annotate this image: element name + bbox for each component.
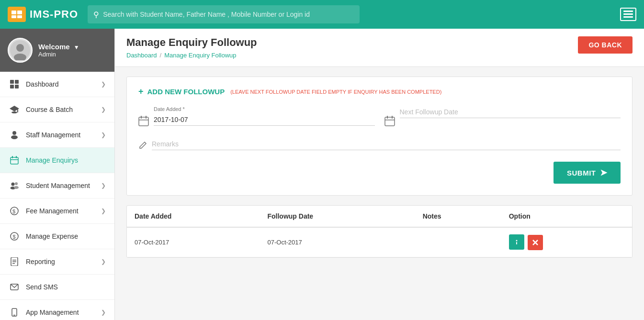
search-input[interactable]	[103, 11, 354, 18]
svg-rect-6	[623, 13, 633, 15]
sidebar-item-manage-enquirys-label: Manage Enquirys	[26, 156, 78, 164]
sidebar-item-fee-management[interactable]: $ Fee Management ❯	[0, 199, 114, 224]
edit-icon	[138, 141, 147, 152]
sidebar-item-manage-expense[interactable]: $ Manage Expense	[0, 224, 114, 249]
svg-point-17	[11, 111, 17, 113]
sidebar-item-app-management[interactable]: App Management ❯	[0, 300, 114, 320]
date-added-label: Date Added *	[154, 106, 375, 112]
svg-rect-3	[11, 15, 16, 18]
svg-point-9	[16, 44, 24, 52]
svg-rect-33	[12, 260, 16, 261]
coin-icon: $	[9, 205, 20, 217]
user-chevron: ▼	[74, 44, 79, 51]
sidebar-item-dashboard-label: Dashboard	[26, 80, 59, 88]
svg-rect-45	[392, 116, 393, 119]
grid-icon	[9, 78, 20, 90]
sidebar-user[interactable]: Welcome ▼ Admin	[0, 29, 114, 72]
sidebar-item-dashboard[interactable]: Dashboard ❯	[0, 72, 114, 97]
sidebar: Welcome ▼ Admin Dashboard ❯ Course & Bat…	[0, 29, 115, 320]
report-icon	[9, 256, 20, 267]
svg-rect-23	[11, 159, 18, 160]
avatar	[8, 38, 33, 63]
breadcrumb-current: Manage Enquiry Followup	[164, 52, 236, 59]
arrow-right-icon: ➤	[600, 167, 608, 178]
chevron-right-icon: ❯	[101, 182, 106, 189]
cell-option	[501, 227, 632, 257]
svg-rect-16	[17, 110, 18, 112]
chevron-right-icon: ❯	[101, 208, 106, 214]
sidebar-item-expense-label: Manage Expense	[26, 232, 78, 240]
svg-rect-7	[623, 16, 633, 18]
svg-rect-34	[12, 262, 16, 263]
svg-point-24	[11, 183, 15, 186]
brand-logo[interactable]: IMS-PRO	[8, 7, 78, 22]
svg-rect-20	[11, 157, 18, 164]
svg-rect-39	[139, 117, 148, 126]
navbar: IMS-PRO ⚲	[0, 0, 644, 29]
breadcrumb-dashboard[interactable]: Dashboard	[126, 52, 157, 59]
svg-rect-22	[16, 156, 17, 158]
table-body: 07-Oct-2017 07-Oct-2017	[127, 227, 632, 257]
remarks-input[interactable]	[152, 138, 621, 150]
dollar-icon: $	[9, 231, 20, 242]
data-table: Date Added Followup Date Notes Option 07…	[127, 206, 632, 257]
svg-rect-14	[15, 85, 19, 88]
svg-point-18	[12, 131, 16, 135]
date-row: Date Added *	[138, 106, 621, 129]
svg-rect-43	[385, 117, 395, 126]
table-container: Date Added Followup Date Notes Option 07…	[126, 205, 633, 258]
svg-point-19	[11, 135, 18, 139]
cap-icon	[9, 104, 20, 115]
info-button[interactable]	[509, 234, 524, 250]
date-added-field: Date Added *	[138, 106, 375, 129]
next-followup-input[interactable]	[400, 106, 621, 118]
svg-point-26	[15, 182, 18, 185]
svg-rect-21	[12, 156, 13, 158]
search-bar[interactable]: ⚲	[88, 5, 360, 23]
svg-rect-38	[13, 315, 15, 316]
expand-icon[interactable]	[620, 8, 636, 21]
submit-button[interactable]: SUBMIT ➤	[554, 162, 621, 184]
welcome-label: Welcome ▼	[38, 43, 79, 51]
sidebar-item-staff-management[interactable]: Staff Management ❯	[0, 122, 114, 148]
next-followup-field	[384, 106, 621, 129]
sidebar-item-sms-label: Send SMS	[26, 283, 58, 291]
brand-name: IMS-PRO	[30, 8, 78, 21]
date-added-input[interactable]	[154, 114, 375, 126]
sidebar-item-reporting[interactable]: Reporting ❯	[0, 249, 114, 275]
logo-icon	[8, 7, 26, 22]
svg-rect-12	[15, 80, 19, 84]
chevron-right-icon: ❯	[101, 258, 106, 265]
col-date-added: Date Added	[127, 206, 260, 227]
page-header: Manage Enquiry Followup Dashboard / Mana…	[115, 29, 644, 67]
sidebar-item-send-sms[interactable]: Send SMS	[0, 275, 114, 300]
svg-rect-44	[387, 116, 388, 119]
date-added-body: Date Added *	[154, 106, 375, 126]
remarks-row	[138, 138, 621, 152]
sidebar-item-student-label: Student Management	[26, 182, 90, 189]
table-header: Date Added Followup Date Notes Option	[127, 206, 632, 227]
cell-date-added: 07-Oct-2017	[127, 227, 260, 257]
svg-rect-41	[146, 116, 147, 119]
svg-rect-42	[139, 120, 148, 121]
delete-button[interactable]	[528, 235, 543, 250]
user-role: Admin	[38, 51, 79, 58]
svg-rect-11	[10, 80, 14, 84]
sidebar-item-student-management[interactable]: Student Management ❯	[0, 173, 114, 199]
page-title: Manage Enquiry Followup	[126, 36, 257, 49]
group-icon	[9, 180, 20, 191]
cell-notes	[415, 227, 501, 257]
svg-rect-48	[516, 242, 517, 244]
svg-rect-2	[17, 11, 22, 14]
sidebar-item-staff-label: Staff Management	[26, 131, 80, 139]
add-followup-header: + ADD NEW FOLLOWUP (LEAVE NEXT FOLLOWUP …	[138, 87, 621, 97]
sidebar-item-app-label: App Management	[26, 309, 79, 316]
go-back-button[interactable]: GO BACK	[578, 36, 633, 54]
col-notes: Notes	[415, 206, 501, 227]
chevron-right-icon: ❯	[101, 81, 106, 88]
sidebar-item-reporting-label: Reporting	[26, 258, 55, 265]
calendar-date-icon	[138, 116, 149, 129]
sidebar-item-manage-enquirys[interactable]: Manage Enquirys	[0, 148, 114, 173]
sidebar-item-course-batch[interactable]: Course & Batch ❯	[0, 97, 114, 122]
svg-text:$: $	[13, 234, 16, 240]
